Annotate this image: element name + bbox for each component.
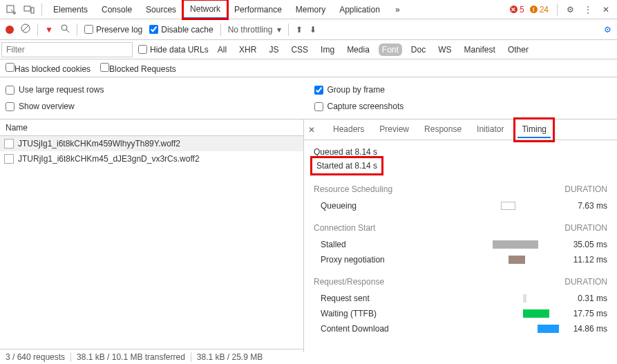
timing-value: 17.75 ms — [559, 309, 607, 318]
main-split: Name JTUSjIg1_i6t8kCHKm459WlhyyTh89Y.wof… — [0, 119, 617, 352]
error-badge[interactable]: ✕5 — [510, 5, 524, 15]
section-title: Resource Scheduling — [314, 184, 392, 194]
timing-value: 11.12 ms — [559, 255, 607, 265]
timing-row: Waiting (TTFB)17.75 ms — [314, 306, 607, 321]
filter-type-other[interactable]: Other — [504, 44, 532, 56]
details-close-icon[interactable]: ✕ — [308, 125, 319, 135]
inspect-icon[interactable] — [3, 1, 19, 18]
details-pane: ✕ HeadersPreviewResponseInitiatorTiming … — [304, 119, 617, 352]
duration-header: DURATION — [564, 184, 607, 194]
details-tab-timing[interactable]: Timing — [518, 122, 551, 138]
timing-value: 35.05 ms — [559, 240, 607, 249]
filter-type-media[interactable]: Media — [343, 44, 373, 56]
request-name: JTUSjIg1_i6t8kCHKm459WlhyyTh89Y.woff2 — [18, 139, 180, 149]
timing-value: 0.31 ms — [559, 294, 607, 303]
request-name: JTURjIg1_i6t8kCHKm45_dJE3gnD_vx3rCs.woff… — [18, 154, 200, 164]
file-icon — [4, 139, 14, 149]
separator — [557, 3, 558, 16]
preserve-log-checkbox[interactable]: Preserve log — [84, 25, 142, 35]
timing-label: Waiting (TTFB) — [314, 309, 438, 318]
details-tabs: ✕ HeadersPreviewResponseInitiatorTiming — [304, 119, 617, 140]
search-icon[interactable] — [60, 23, 70, 35]
started-info: Started at 8.14 s — [314, 160, 380, 172]
timing-value: 14.86 ms — [559, 324, 607, 334]
disable-cache-checkbox[interactable]: Disable cache — [149, 25, 213, 35]
panel-tabs: ElementsConsoleSourcesNetworkPerformance… — [46, 0, 387, 19]
timing-section: Request/ResponseDURATIONRequest sent0.31… — [314, 277, 607, 336]
capture-screenshots-checkbox[interactable]: Capture screenshots — [314, 98, 612, 115]
svg-line-6 — [66, 30, 69, 32]
type-filters: AllXHRJSCSSImgMediaFontDocWSManifestOthe… — [214, 44, 532, 56]
filter-type-doc[interactable]: Doc — [408, 44, 429, 56]
timing-value: 7.63 ms — [559, 201, 607, 211]
timing-label: Stalled — [314, 240, 438, 249]
details-tab-headers[interactable]: Headers — [332, 122, 366, 138]
duration-header: DURATION — [564, 277, 607, 287]
tab-application[interactable]: Application — [332, 0, 387, 19]
timing-section: Connection StartDURATIONStalled35.05 msP… — [314, 223, 607, 267]
group-by-frame-checkbox[interactable]: Group by frame — [314, 82, 612, 98]
section-title: Request/Response — [314, 277, 384, 287]
tab-elements[interactable]: Elements — [46, 0, 95, 19]
file-icon — [4, 154, 14, 164]
queued-info: Queued at 8.14 s — [314, 147, 607, 157]
main-tabbar: ElementsConsoleSourcesNetworkPerformance… — [0, 0, 617, 19]
large-rows-checkbox[interactable]: Use large request rows — [6, 82, 303, 98]
show-overview-checkbox[interactable]: Show overview — [6, 98, 303, 115]
timing-label: Proxy negotiation — [314, 255, 438, 265]
gear-icon[interactable]: ⚙ — [562, 1, 578, 18]
tab-memory[interactable]: Memory — [289, 0, 332, 19]
network-toolbar: ▼ Preserve log Disable cache No throttli… — [0, 19, 617, 40]
download-har-icon[interactable]: ⬇ — [310, 25, 316, 35]
tab-console[interactable]: Console — [95, 0, 139, 19]
details-tab-response[interactable]: Response — [423, 122, 463, 138]
request-row[interactable]: JTUSjIg1_i6t8kCHKm459WlhyyTh89Y.woff2 — [0, 136, 303, 151]
filter-type-xhr[interactable]: XHR — [236, 44, 260, 56]
tab-sources[interactable]: Sources — [139, 0, 183, 19]
clear-icon[interactable] — [21, 23, 30, 35]
filter-type-js[interactable]: JS — [265, 44, 282, 56]
filter-type-img[interactable]: Img — [317, 44, 338, 56]
blocked-cookies-checkbox[interactable]: Has blocked cookies — [6, 63, 91, 74]
status-requests: 3 / 640 requests — [6, 352, 65, 362]
svg-line-4 — [23, 26, 28, 31]
filter-type-css[interactable]: CSS — [287, 44, 312, 56]
filter-type-ws[interactable]: WS — [435, 44, 455, 56]
svg-rect-1 — [24, 6, 30, 11]
record-button[interactable] — [6, 26, 14, 34]
timing-label: Queueing — [314, 201, 438, 211]
more-tabs[interactable]: » — [388, 0, 407, 19]
timing-section: Resource SchedulingDURATIONQueueing7.63 … — [314, 184, 607, 213]
warning-badge[interactable]: !24 — [530, 5, 549, 15]
timing-row: Queueing7.63 ms — [314, 198, 607, 213]
tab-network[interactable]: Network — [183, 0, 227, 19]
network-settings-gear-icon[interactable]: ⚙ — [604, 25, 611, 35]
throttling-select[interactable]: No throttling ▾ — [228, 25, 281, 35]
column-header-name[interactable]: Name — [0, 119, 303, 136]
timing-row: Proxy negotiation11.12 ms — [314, 252, 607, 267]
kebab-icon[interactable]: ⋮ — [580, 1, 596, 18]
tab-performance[interactable]: Performance — [227, 0, 289, 19]
details-tab-preview[interactable]: Preview — [378, 122, 410, 138]
filter-type-manifest[interactable]: Manifest — [461, 44, 499, 56]
details-tab-initiator[interactable]: Initiator — [475, 122, 505, 138]
request-list: Name JTUSjIg1_i6t8kCHKm459WlhyyTh89Y.wof… — [0, 119, 304, 352]
duration-header: DURATION — [564, 223, 607, 233]
separator — [41, 3, 42, 16]
blocked-requests-checkbox[interactable]: Blocked Requests — [100, 63, 176, 74]
device-toggle-icon[interactable] — [21, 1, 37, 18]
close-icon[interactable]: ✕ — [598, 1, 614, 18]
request-row[interactable]: JTURjIg1_i6t8kCHKm45_dJE3gnD_vx3rCs.woff… — [0, 151, 303, 166]
upload-har-icon[interactable]: ⬆ — [296, 25, 303, 35]
svg-rect-2 — [31, 8, 34, 13]
filter-type-all[interactable]: All — [214, 44, 230, 56]
hide-data-urls-checkbox[interactable]: Hide data URLs — [138, 45, 209, 55]
status-bar: 3 / 640 requests 38.1 kB / 10.1 MB trans… — [0, 349, 304, 364]
view-settings: Use large request rows Show overview Gro… — [0, 77, 617, 119]
filter-bar: Hide data URLs AllXHRJSCSSImgMediaFontDo… — [0, 40, 617, 59]
filter-type-font[interactable]: Font — [379, 44, 402, 56]
filter-input[interactable] — [1, 42, 133, 57]
filter-icon[interactable]: ▼ — [45, 25, 53, 35]
timing-label: Content Download — [314, 324, 438, 334]
status-transferred: 38.1 kB / 10.1 MB transferred — [77, 352, 185, 362]
